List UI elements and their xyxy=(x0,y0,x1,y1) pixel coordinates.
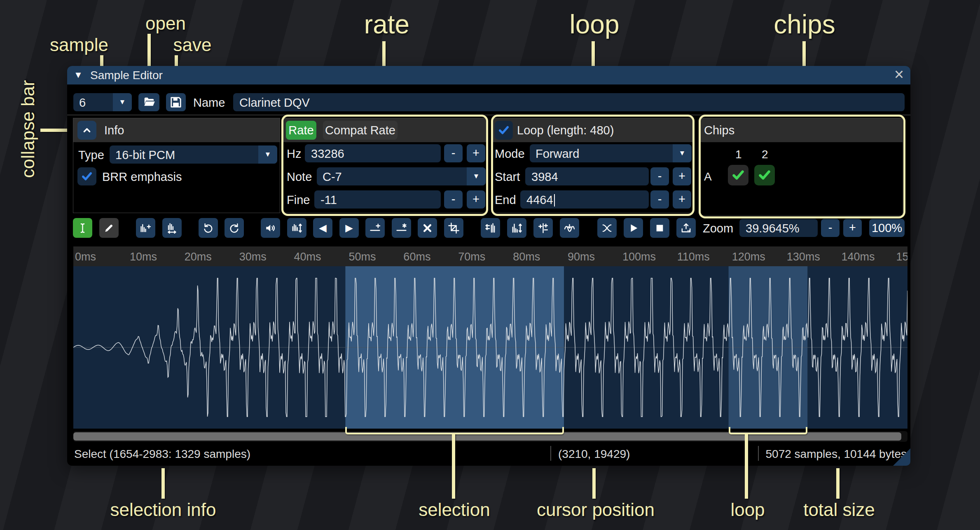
zoom-label: Zoom xyxy=(703,222,733,235)
info-panel: Info Type 16-bit PCM ▼ BRR emphasis xyxy=(73,118,280,213)
annotation-rate: rate xyxy=(358,9,416,40)
info-panel-header: Info xyxy=(73,118,280,142)
title-bar[interactable]: ▼ Sample Editor × xyxy=(67,66,910,84)
fade-left-button[interactable]: ◀ xyxy=(313,218,332,238)
ruler-tick-label: 50ms xyxy=(348,251,376,263)
invert-button[interactable] xyxy=(597,218,617,238)
ruler-tick-label: 30ms xyxy=(239,251,267,263)
save-button[interactable] xyxy=(166,93,186,111)
ruler-tick-label: 130ms xyxy=(787,251,820,263)
undo-button[interactable] xyxy=(199,218,218,238)
annotation-loop-bottom-line xyxy=(745,434,748,499)
type-selector[interactable]: 16-bit PCM ▼ xyxy=(110,145,277,164)
brr-emphasis-checkbox[interactable] xyxy=(77,167,96,185)
info-collapse-button[interactable] xyxy=(77,121,96,140)
status-divider xyxy=(758,446,759,461)
preview-icon xyxy=(264,222,276,234)
status-divider xyxy=(550,446,551,461)
zoom-input[interactable]: 39.9645% xyxy=(739,219,818,237)
normalize-icon xyxy=(511,222,523,234)
select-button[interactable] xyxy=(73,218,92,238)
amplify-button[interactable] xyxy=(287,218,306,238)
annotation-loop-bottom: loop xyxy=(728,500,767,520)
export-button[interactable] xyxy=(676,218,696,238)
annotation-total-size-line xyxy=(836,468,840,499)
play-icon xyxy=(627,222,639,234)
name-value: Clarinet DQV xyxy=(239,96,310,110)
select-icon xyxy=(77,222,89,234)
resize-grip[interactable] xyxy=(893,448,910,466)
invert-icon xyxy=(601,222,613,234)
type-value: 16-bit PCM xyxy=(115,148,175,162)
annotation-selection-line xyxy=(452,434,455,499)
fade-left-icon: ◀ xyxy=(319,222,326,234)
ruler-tick-label: 20ms xyxy=(185,251,212,263)
redo-button[interactable] xyxy=(225,218,244,238)
chips-highlight-box xyxy=(699,115,905,218)
undo-icon xyxy=(202,222,214,234)
silence-button[interactable] xyxy=(392,218,411,238)
ruler-tick-label: 70ms xyxy=(458,251,485,263)
normalize-button[interactable] xyxy=(507,218,526,238)
delete-button[interactable] xyxy=(418,218,437,238)
zoom-reset-button[interactable]: 100% xyxy=(869,219,905,237)
close-icon[interactable]: × xyxy=(894,65,904,84)
trim-icon xyxy=(448,222,460,234)
silence-icon xyxy=(395,222,407,234)
amplify-icon xyxy=(291,222,303,234)
resample-button[interactable] xyxy=(162,218,182,238)
annotation-selection: selection xyxy=(414,500,495,520)
annotation-cursor-position-line xyxy=(592,468,596,499)
offset-button[interactable] xyxy=(533,218,553,238)
zoom-minus-button[interactable]: - xyxy=(821,219,840,237)
insert-button[interactable] xyxy=(365,218,385,238)
preview-button[interactable] xyxy=(261,218,280,238)
loop-bracket xyxy=(729,427,808,434)
annotation-collapse-bar: collapse bar xyxy=(18,71,38,187)
filter-button[interactable] xyxy=(560,218,579,238)
ruler-tick-label: 140ms xyxy=(842,251,875,263)
chevron-down-icon[interactable]: ▼ xyxy=(258,145,277,164)
zoom-plus-button[interactable]: + xyxy=(843,219,862,237)
play-button[interactable] xyxy=(624,218,643,238)
annotation-sample: sample xyxy=(46,35,112,55)
ruler-tick-label: 80ms xyxy=(513,251,540,263)
draw-button[interactable] xyxy=(99,218,119,238)
ruler-tick-label: 40ms xyxy=(294,251,321,263)
offset-icon xyxy=(537,222,549,234)
annotation-loop: loop xyxy=(564,9,625,40)
filter-icon xyxy=(564,222,575,234)
chevron-up-icon xyxy=(82,125,92,136)
status-bar: Select (1654-2983: 1329 samples) (3210, … xyxy=(67,442,910,466)
ruler-tick-label: 60ms xyxy=(403,251,430,263)
reverse-button[interactable] xyxy=(481,218,500,238)
open-folder-icon xyxy=(143,96,155,108)
annotation-selection-info-line xyxy=(161,468,165,499)
annotation-total-size: total size xyxy=(800,500,879,520)
open-button[interactable] xyxy=(138,93,159,111)
selection-info-text: Select (1654-2983: 1329 samples) xyxy=(74,448,250,461)
chevron-down-icon[interactable]: ▼ xyxy=(113,93,132,111)
trim-button[interactable] xyxy=(444,218,463,238)
resize-button[interactable] xyxy=(136,218,155,238)
name-input[interactable]: Clarinet DQV xyxy=(233,93,905,111)
cursor-position-text: (3210, 19429) xyxy=(558,448,630,461)
waveform-display[interactable] xyxy=(73,266,907,429)
fade-right-button[interactable]: ▶ xyxy=(339,218,359,238)
name-label: Name xyxy=(193,96,225,110)
ruler-tick-label: 0ms xyxy=(75,251,96,263)
annotation-selection-info: selection info xyxy=(105,500,221,520)
annotation-save: save xyxy=(170,35,215,55)
rate-highlight-box xyxy=(281,115,488,216)
total-size-text: 5072 samples, 10144 bytes xyxy=(766,448,907,461)
stop-button[interactable] xyxy=(650,218,669,238)
brr-emphasis-label: BRR emphasis xyxy=(102,170,182,184)
timeline-ruler[interactable]: 0ms10ms20ms30ms40ms50ms60ms70ms80ms90ms1… xyxy=(73,246,907,266)
sample-selector[interactable]: 6 ▼ xyxy=(73,93,132,111)
controls-row: 6 ▼ Name Clarinet DQV xyxy=(67,93,910,111)
waveform-svg xyxy=(73,266,907,429)
draw-icon xyxy=(103,222,115,234)
export-icon xyxy=(680,222,692,234)
annotation-chips: chips xyxy=(768,9,841,40)
window-collapse-icon[interactable]: ▼ xyxy=(74,70,83,80)
